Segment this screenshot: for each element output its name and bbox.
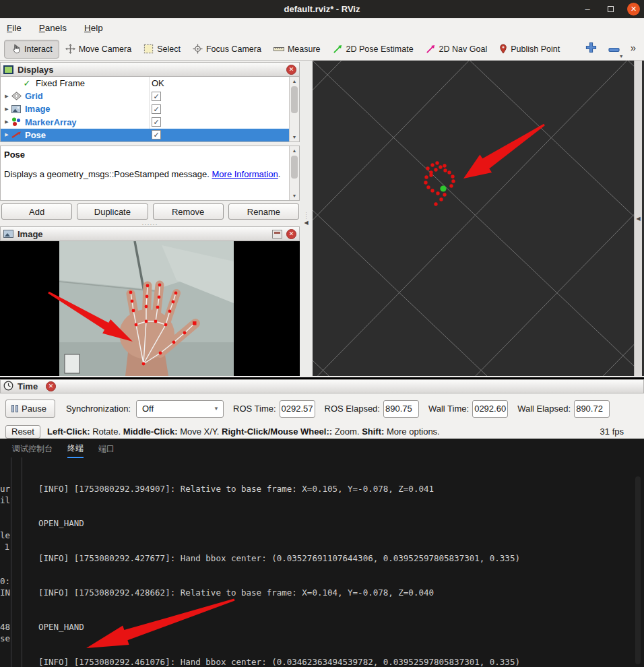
scrollbar-thumb[interactable] [291,86,298,113]
expander-icon[interactable]: ▶ [1,94,10,99]
image-close-icon[interactable]: ✕ [286,229,296,239]
more-information-link[interactable]: More Information [212,169,278,179]
render-view-3d[interactable] [313,61,634,376]
scrollbar-thumb[interactable] [291,156,298,179]
wall-elapsed-label: Wall Elapsed: [517,404,571,414]
tab-ports[interactable]: 端口 [98,443,115,457]
ros-time-field[interactable]: 0292.57 [280,400,315,418]
displays-icon [3,65,13,74]
toolbar-overflow-button[interactable]: » [629,42,637,56]
status-bar: Reset Left-Click: Rotate. Middle-Click: … [0,424,644,439]
ruler-icon [273,45,284,53]
tool-measure[interactable]: Measure [267,40,327,59]
tool-move-camera[interactable]: Move Camera [59,40,138,59]
menu-file[interactable]: File [7,23,22,33]
fixed-frame-status: OK [152,78,164,88]
time-panel-title: Time [18,381,38,391]
sync-dropdown[interactable]: Off ▼ [136,400,224,418]
row-image[interactable]: ▶ Image ✓ [1,102,299,115]
tool-2d-pose-estimate[interactable]: 2D Pose Estimate [327,40,420,59]
row-fixed-frame[interactable]: ✓ Fixed Frame OK [1,77,299,90]
maximize-button[interactable] [604,4,616,14]
minimize-button[interactable]: – [581,4,593,14]
row-pose[interactable]: ▶ Pose ✓ [1,129,299,141]
log-line: [INFO] [1753080292.428662]: Relative to … [38,587,644,598]
tree-scrollbar[interactable]: ▲ ▼ [289,77,299,141]
log-line: [INFO] [1753080292.427677]: Hand bbox ce… [38,552,644,564]
toolbar: Interact Move Camera Select Focus Camera… [0,38,644,61]
minus-icon [608,43,620,55]
scroll-down-icon[interactable]: ▼ [290,133,299,141]
rename-button[interactable]: Rename [228,203,299,220]
image-visibility-checkbox[interactable]: ✓ [152,104,161,114]
camera-image [0,241,300,376]
tool-2d-nav-goal[interactable]: 2D Nav Goal [420,40,494,59]
pane-divider[interactable] [22,457,22,667]
pose-visibility-checkbox[interactable]: ✓ [152,130,161,139]
pane-divider[interactable] [11,457,11,667]
displays-close-icon[interactable]: ✕ [286,65,296,75]
terminal-panel[interactable]: 调试控制台 终端 端口 uril le1 0:IN 48se .cro rer,… [0,439,644,667]
tab-debug-console[interactable]: 调试控制台 [12,443,53,457]
menu-panels[interactable]: Panels [39,23,67,33]
pause-icon [11,405,18,412]
description-scrollbar[interactable]: ▲ ▼ [289,146,299,200]
left-splitter[interactable]: ···· ◀ [300,61,313,376]
grid-icon [10,92,22,100]
sync-label: Synchronization: [66,404,131,414]
expander-icon[interactable]: ▶ [1,132,10,137]
markerarray-visibility-checkbox[interactable]: ✓ [152,117,161,127]
row-markerarray[interactable]: ▶ MarkerArray ✓ [1,116,299,129]
horizontal-splitter[interactable]: ······ [0,222,300,226]
scroll-down-icon[interactable]: ▼ [290,191,299,200]
ros-elapsed-field[interactable]: 890.75 [383,400,419,418]
wall-elapsed-field[interactable]: 890.72 [574,400,610,418]
green-arrow-icon [333,44,343,54]
wall-time-label: Wall Time: [428,404,469,414]
displays-tree: ✓ Fixed Frame OK ▶ Grid ✓ ▶ Image ✓ ▶ Ma… [0,77,300,142]
duplicate-button[interactable]: Duplicate [77,203,148,220]
collapse-left-icon[interactable]: ◀ [304,220,308,226]
dropdown-arrow-icon: ▼ [214,406,219,412]
image-panel-header[interactable]: Image ✕ [0,226,300,241]
remove-button[interactable]: Remove [153,203,224,220]
tool-interact[interactable]: Interact [4,40,59,59]
markerarray-icon [10,117,22,127]
scroll-up-icon[interactable]: ▲ [290,146,299,155]
terminal-left-pane-fragment: uril le1 0:IN 48se .cro rer, ,ur ille 1 [0,460,9,667]
hand-cursor-icon [11,44,21,54]
reset-button[interactable]: Reset [5,425,40,439]
grid-visibility-checkbox[interactable]: ✓ [152,92,161,101]
time-close-icon[interactable]: ✕ [46,381,56,391]
hand-markers [424,161,455,205]
row-grid[interactable]: ▶ Grid ✓ [1,90,299,102]
image-panel-icon [3,230,13,238]
titlebar: default.rviz* - RViz – ✕ [0,0,644,18]
menubar: File Panels Help [0,18,644,38]
ros-time-label: ROS Time: [233,404,276,414]
tool-publish-point[interactable]: Publish Point [493,40,566,59]
remove-tool-button[interactable]: ▼ [606,41,622,57]
tab-terminal[interactable]: 终端 [67,443,84,458]
wall-time-field[interactable]: 0292.60 [472,400,508,418]
right-splitter[interactable]: ◀ [634,61,642,376]
expander-icon[interactable]: ▶ [1,106,10,112]
terminal-scrollbar[interactable] [635,476,641,664]
expander-icon[interactable]: ▶ [1,119,10,125]
tool-focus-camera[interactable]: Focus Camera [187,40,267,59]
central-area: Displays ✕ ✓ Fixed Frame OK ▶ Grid ✓ ▶ I… [0,61,644,377]
pause-button[interactable]: Pause [5,400,55,418]
check-ok-icon: ✓ [21,78,33,88]
pose-marker-green [440,185,446,191]
menu-help[interactable]: Help [84,23,103,33]
terminal-body[interactable]: uril le1 0:IN 48se .cro rer, ,ur ille 1 … [0,457,644,667]
add-tool-button[interactable] [583,41,600,57]
close-button[interactable]: ✕ [627,3,640,15]
add-button[interactable]: Add [1,203,72,220]
tool-select[interactable]: Select [137,40,187,59]
displays-panel-header[interactable]: Displays ✕ [0,62,300,77]
collapse-right-icon[interactable]: ◀ [636,216,640,222]
image-float-button[interactable] [272,230,282,239]
time-panel-header[interactable]: Time ✕ [0,379,644,393]
scroll-up-icon[interactable]: ▲ [290,77,299,86]
